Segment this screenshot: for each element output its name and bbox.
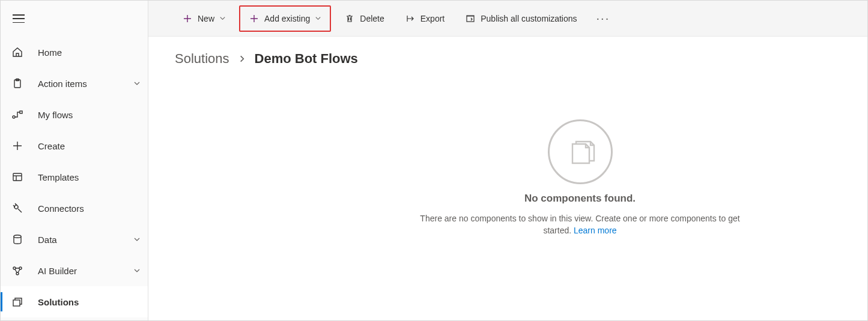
empty-state-icon <box>548 119 613 184</box>
sidebar-item-label: Connectors <box>38 203 141 214</box>
learn-more-link[interactable]: Learn more <box>574 226 617 235</box>
export-icon <box>405 13 416 24</box>
new-button-label: New <box>198 14 214 23</box>
hamburger-menu[interactable] <box>13 14 25 23</box>
sidebar-item-label: Data <box>38 235 119 245</box>
empty-state-title: No components found. <box>524 193 636 205</box>
delete-button-label: Delete <box>360 14 384 23</box>
chevron-down-icon <box>133 80 141 87</box>
chevron-down-icon <box>133 236 141 243</box>
svg-point-9 <box>16 272 19 275</box>
sidebar-item-action-items[interactable]: Action items <box>1 68 148 99</box>
breadcrumb: Solutions Demo Bot Flows <box>148 37 867 71</box>
svg-point-6 <box>14 235 21 238</box>
export-button[interactable]: Export <box>398 7 452 31</box>
plus-icon <box>249 13 259 24</box>
publish-button[interactable]: Publish all customizations <box>458 7 584 31</box>
export-button-label: Export <box>420 14 445 23</box>
solutions-icon <box>11 296 23 308</box>
sidebar-item-label: Home <box>38 47 141 58</box>
chevron-down-icon <box>315 15 321 22</box>
chevron-down-icon <box>133 267 141 274</box>
sidebar-item-label: Solutions <box>38 297 141 307</box>
svg-point-8 <box>19 267 22 269</box>
add-existing-button-label: Add existing <box>264 14 310 23</box>
sidebar-item-label: Templates <box>38 172 141 182</box>
sidebar-item-label: AI Builder <box>38 266 119 276</box>
publish-icon <box>465 13 476 24</box>
sidebar-item-label: Create <box>38 141 141 151</box>
svg-rect-5 <box>14 205 19 209</box>
breadcrumb-current: Demo Bot Flows <box>255 51 358 67</box>
plus-icon <box>182 13 193 24</box>
delete-button[interactable]: Delete <box>337 7 391 31</box>
connectors-icon <box>11 202 23 214</box>
nav: Home Action items <box>1 37 148 317</box>
breadcrumb-root[interactable]: Solutions <box>175 51 229 67</box>
more-button[interactable]: ··· <box>590 11 616 25</box>
sidebar-item-ai-builder[interactable]: AI Builder <box>1 255 148 286</box>
sidebar-item-solutions[interactable]: Solutions <box>1 286 148 317</box>
chevron-down-icon <box>219 15 226 22</box>
database-icon <box>11 233 23 245</box>
svg-rect-3 <box>20 111 22 113</box>
clipboard-icon <box>11 77 23 89</box>
add-existing-button[interactable]: Add existing <box>239 5 331 32</box>
sidebar: Home Action items <box>1 1 148 320</box>
sidebar-item-create[interactable]: Create <box>1 130 148 161</box>
svg-point-7 <box>13 267 16 269</box>
flow-icon <box>11 109 23 121</box>
new-button[interactable]: New <box>175 7 233 31</box>
sidebar-item-templates[interactable]: Templates <box>1 161 148 193</box>
sidebar-item-label: Action items <box>38 79 119 89</box>
empty-state-subtitle: There are no components to show in this … <box>412 213 748 236</box>
trash-icon <box>344 13 355 24</box>
home-icon <box>11 46 23 58</box>
toolbar: New Add existing <box>148 1 867 37</box>
sidebar-item-my-flows[interactable]: My flows <box>1 99 148 130</box>
svg-rect-4 <box>13 173 22 181</box>
empty-state: No components found. There are no compon… <box>148 71 867 320</box>
sidebar-item-label: My flows <box>38 110 141 120</box>
publish-button-label: Publish all customizations <box>481 14 577 23</box>
templates-icon <box>11 171 23 183</box>
svg-rect-10 <box>13 300 20 306</box>
chevron-right-icon <box>238 55 246 63</box>
main: New Add existing <box>148 1 867 320</box>
sidebar-item-home[interactable]: Home <box>1 37 148 68</box>
plus-icon <box>11 140 23 152</box>
sidebar-item-data[interactable]: Data <box>1 224 148 255</box>
svg-point-2 <box>13 116 15 118</box>
ai-icon <box>11 265 23 277</box>
sidebar-item-connectors[interactable]: Connectors <box>1 193 148 224</box>
